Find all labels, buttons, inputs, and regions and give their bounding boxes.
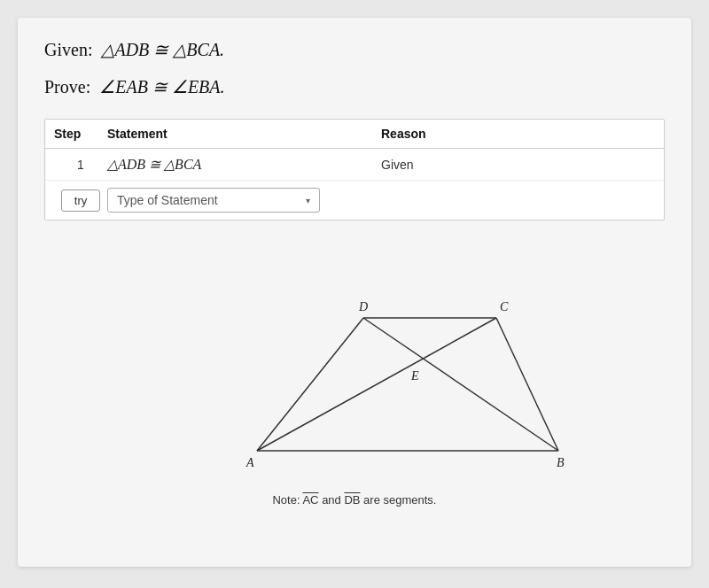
given-expression: △ADB ≅ △BCA.: [97, 40, 224, 59]
proof-table: Step Statement Reason 1 △ADB ≅ △BCA Give…: [44, 119, 665, 220]
label-E: E: [410, 369, 419, 383]
row-statement: △ADB ≅ △BCA: [107, 156, 381, 173]
row-reason: Given: [381, 158, 655, 172]
diagram-note: Note: AC and DB are segments.: [272, 493, 436, 507]
svg-line-1: [257, 318, 363, 451]
label-D: D: [358, 300, 368, 313]
try-button[interactable]: try: [61, 190, 100, 212]
header-statement: Statement: [107, 127, 381, 141]
label-C: C: [500, 300, 509, 313]
table-row: 1 △ADB ≅ △BCA Given: [45, 149, 664, 181]
dropdown-placeholder: Type of Statement: [117, 193, 218, 207]
prove-line: Prove: ∠EAB ≅ ∠EBA.: [44, 76, 665, 97]
step-number: 1: [54, 158, 107, 172]
prove-label: Prove:: [44, 77, 90, 97]
page-container: Given: △ADB ≅ △BCA. Prove: ∠EAB ≅ ∠EBA. …: [18, 18, 691, 567]
statement-dropdown[interactable]: Type of Statement ▾: [107, 188, 320, 213]
given-label: Given:: [44, 40, 92, 59]
segment-DB: DB: [344, 493, 360, 507]
label-B: B: [557, 456, 565, 469]
chevron-down-icon: ▾: [306, 196, 310, 205]
header-step: Step: [54, 127, 107, 141]
label-A: A: [245, 456, 254, 469]
svg-line-4: [496, 318, 558, 451]
given-line: Given: △ADB ≅ △BCA.: [44, 39, 665, 60]
diagram-container: D C E A B Note: AC and DB are segments.: [44, 238, 665, 507]
geometry-diagram: D C E A B: [142, 238, 567, 486]
prove-expression: ∠EAB ≅ ∠EBA.: [95, 77, 224, 97]
table-input-row: try Type of Statement ▾: [45, 181, 664, 220]
header-reason: Reason: [381, 127, 655, 141]
table-header: Step Statement Reason: [45, 120, 664, 149]
segment-AC: AC: [302, 493, 318, 507]
